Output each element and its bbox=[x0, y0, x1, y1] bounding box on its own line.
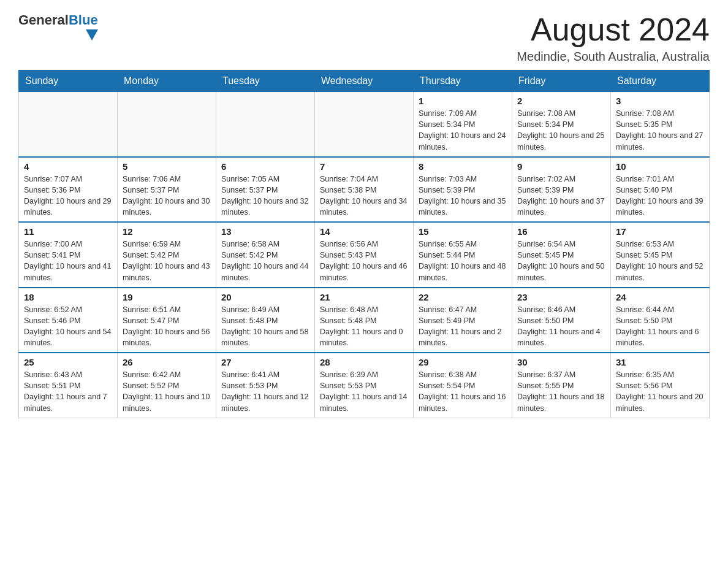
day-number: 13 bbox=[221, 226, 309, 237]
day-info: Sunrise: 7:07 AMSunset: 5:36 PMDaylight:… bbox=[24, 174, 112, 218]
day-info: Sunrise: 7:08 AMSunset: 5:35 PMDaylight:… bbox=[616, 108, 704, 153]
day-number: 22 bbox=[419, 292, 507, 302]
day-number: 14 bbox=[320, 226, 408, 237]
day-info: Sunrise: 7:02 AMSunset: 5:39 PMDaylight:… bbox=[517, 174, 605, 218]
calendar-cell: 8Sunrise: 7:03 AMSunset: 5:39 PMDaylight… bbox=[414, 157, 512, 223]
day-number: 26 bbox=[123, 357, 211, 367]
weekday-header-monday: Monday bbox=[118, 71, 216, 92]
calendar-cell: 2Sunrise: 7:08 AMSunset: 5:34 PMDaylight… bbox=[512, 92, 611, 157]
calendar-cell: 16Sunrise: 6:54 AMSunset: 5:45 PMDayligh… bbox=[512, 222, 611, 288]
day-info: Sunrise: 7:00 AMSunset: 5:41 PMDaylight:… bbox=[24, 239, 112, 283]
day-info: Sunrise: 6:56 AMSunset: 5:43 PMDaylight:… bbox=[320, 239, 408, 283]
calendar-cell: 31Sunrise: 6:35 AMSunset: 5:56 PMDayligh… bbox=[611, 353, 710, 418]
day-info: Sunrise: 7:03 AMSunset: 5:39 PMDaylight:… bbox=[419, 174, 507, 218]
calendar-week-row: 4Sunrise: 7:07 AMSunset: 5:36 PMDaylight… bbox=[19, 157, 710, 223]
day-number: 21 bbox=[320, 292, 408, 302]
day-number: 18 bbox=[24, 292, 112, 302]
calendar-cell: 26Sunrise: 6:42 AMSunset: 5:52 PMDayligh… bbox=[118, 353, 216, 418]
day-number: 3 bbox=[616, 96, 704, 106]
weekday-header-tuesday: Tuesday bbox=[216, 71, 315, 92]
day-number: 11 bbox=[24, 226, 112, 237]
calendar-cell: 10Sunrise: 7:01 AMSunset: 5:40 PMDayligh… bbox=[611, 157, 710, 223]
day-info: Sunrise: 6:48 AMSunset: 5:48 PMDaylight:… bbox=[320, 304, 408, 349]
day-number: 17 bbox=[616, 226, 704, 237]
day-info: Sunrise: 6:39 AMSunset: 5:53 PMDaylight:… bbox=[320, 369, 408, 414]
calendar-cell: 29Sunrise: 6:38 AMSunset: 5:54 PMDayligh… bbox=[414, 353, 512, 418]
day-number: 20 bbox=[221, 292, 309, 302]
page-header: GeneralBlue August 2024 Medindie, South … bbox=[18, 12, 710, 64]
calendar-cell bbox=[118, 92, 216, 157]
calendar-cell: 7Sunrise: 7:04 AMSunset: 5:38 PMDaylight… bbox=[315, 157, 414, 223]
day-number: 28 bbox=[320, 357, 408, 367]
day-info: Sunrise: 6:46 AMSunset: 5:50 PMDaylight:… bbox=[517, 304, 605, 349]
main-title: August 2024 bbox=[517, 12, 710, 47]
calendar-cell: 12Sunrise: 6:59 AMSunset: 5:42 PMDayligh… bbox=[118, 222, 216, 288]
calendar-cell: 4Sunrise: 7:07 AMSunset: 5:36 PMDaylight… bbox=[19, 157, 118, 223]
day-number: 8 bbox=[419, 161, 507, 172]
calendar-cell: 25Sunrise: 6:43 AMSunset: 5:51 PMDayligh… bbox=[19, 353, 118, 418]
calendar-cell bbox=[315, 92, 414, 157]
calendar-cell: 5Sunrise: 7:06 AMSunset: 5:37 PMDaylight… bbox=[118, 157, 216, 223]
day-info: Sunrise: 6:51 AMSunset: 5:47 PMDaylight:… bbox=[123, 304, 211, 349]
calendar-cell: 24Sunrise: 6:44 AMSunset: 5:50 PMDayligh… bbox=[611, 288, 710, 353]
day-number: 1 bbox=[419, 96, 507, 106]
day-info: Sunrise: 6:38 AMSunset: 5:54 PMDaylight:… bbox=[419, 369, 507, 414]
calendar-cell: 3Sunrise: 7:08 AMSunset: 5:35 PMDaylight… bbox=[611, 92, 710, 157]
calendar-cell: 15Sunrise: 6:55 AMSunset: 5:44 PMDayligh… bbox=[414, 222, 512, 288]
day-number: 23 bbox=[517, 292, 605, 302]
day-number: 24 bbox=[616, 292, 704, 302]
day-info: Sunrise: 6:55 AMSunset: 5:44 PMDaylight:… bbox=[419, 239, 507, 283]
day-number: 4 bbox=[24, 161, 112, 172]
calendar-cell: 13Sunrise: 6:58 AMSunset: 5:42 PMDayligh… bbox=[216, 222, 315, 288]
day-number: 7 bbox=[320, 161, 408, 172]
calendar-table: SundayMondayTuesdayWednesdayThursdayFrid… bbox=[18, 70, 710, 418]
day-number: 5 bbox=[123, 161, 211, 172]
calendar-cell: 27Sunrise: 6:41 AMSunset: 5:53 PMDayligh… bbox=[216, 353, 315, 418]
day-info: Sunrise: 6:53 AMSunset: 5:45 PMDaylight:… bbox=[616, 239, 704, 283]
calendar-cell: 1Sunrise: 7:09 AMSunset: 5:34 PMDaylight… bbox=[414, 92, 512, 157]
day-number: 30 bbox=[517, 357, 605, 367]
calendar-cell: 14Sunrise: 6:56 AMSunset: 5:43 PMDayligh… bbox=[315, 222, 414, 288]
calendar-cell: 17Sunrise: 6:53 AMSunset: 5:45 PMDayligh… bbox=[611, 222, 710, 288]
calendar-cell: 19Sunrise: 6:51 AMSunset: 5:47 PMDayligh… bbox=[118, 288, 216, 353]
title-section: August 2024 Medindie, South Australia, A… bbox=[517, 12, 710, 64]
day-info: Sunrise: 6:47 AMSunset: 5:49 PMDaylight:… bbox=[419, 304, 507, 349]
calendar-header-row: SundayMondayTuesdayWednesdayThursdayFrid… bbox=[19, 71, 710, 92]
weekday-header-friday: Friday bbox=[512, 71, 611, 92]
day-info: Sunrise: 6:35 AMSunset: 5:56 PMDaylight:… bbox=[616, 369, 704, 414]
day-number: 16 bbox=[517, 226, 605, 237]
day-info: Sunrise: 6:49 AMSunset: 5:48 PMDaylight:… bbox=[221, 304, 309, 349]
day-info: Sunrise: 6:37 AMSunset: 5:55 PMDaylight:… bbox=[517, 369, 605, 414]
weekday-header-wednesday: Wednesday bbox=[315, 71, 414, 92]
day-info: Sunrise: 6:42 AMSunset: 5:52 PMDaylight:… bbox=[123, 369, 211, 414]
calendar-cell bbox=[216, 92, 315, 157]
calendar-cell: 30Sunrise: 6:37 AMSunset: 5:55 PMDayligh… bbox=[512, 353, 611, 418]
day-number: 12 bbox=[123, 226, 211, 237]
calendar-cell: 11Sunrise: 7:00 AMSunset: 5:41 PMDayligh… bbox=[19, 222, 118, 288]
day-number: 9 bbox=[517, 161, 605, 172]
logo: GeneralBlue bbox=[18, 12, 98, 40]
day-info: Sunrise: 6:44 AMSunset: 5:50 PMDaylight:… bbox=[616, 304, 704, 349]
calendar-week-row: 11Sunrise: 7:00 AMSunset: 5:41 PMDayligh… bbox=[19, 222, 710, 288]
weekday-header-sunday: Sunday bbox=[19, 71, 118, 92]
calendar-cell: 22Sunrise: 6:47 AMSunset: 5:49 PMDayligh… bbox=[414, 288, 512, 353]
calendar-cell: 21Sunrise: 6:48 AMSunset: 5:48 PMDayligh… bbox=[315, 288, 414, 353]
day-info: Sunrise: 7:05 AMSunset: 5:37 PMDaylight:… bbox=[221, 174, 309, 218]
day-number: 2 bbox=[517, 96, 605, 106]
day-info: Sunrise: 6:52 AMSunset: 5:46 PMDaylight:… bbox=[24, 304, 112, 349]
day-info: Sunrise: 7:09 AMSunset: 5:34 PMDaylight:… bbox=[419, 108, 507, 153]
day-info: Sunrise: 7:06 AMSunset: 5:37 PMDaylight:… bbox=[123, 174, 211, 218]
day-number: 15 bbox=[419, 226, 507, 237]
calendar-cell: 28Sunrise: 6:39 AMSunset: 5:53 PMDayligh… bbox=[315, 353, 414, 418]
day-number: 31 bbox=[616, 357, 704, 367]
calendar-week-row: 25Sunrise: 6:43 AMSunset: 5:51 PMDayligh… bbox=[19, 353, 710, 418]
day-number: 6 bbox=[221, 161, 309, 172]
day-info: Sunrise: 6:43 AMSunset: 5:51 PMDaylight:… bbox=[24, 369, 112, 414]
logo-blue: Blue bbox=[69, 12, 98, 28]
calendar-cell: 6Sunrise: 7:05 AMSunset: 5:37 PMDaylight… bbox=[216, 157, 315, 223]
weekday-header-thursday: Thursday bbox=[414, 71, 512, 92]
logo-general: General bbox=[18, 12, 69, 28]
day-number: 25 bbox=[24, 357, 112, 367]
logo-triangle-icon bbox=[86, 29, 98, 40]
calendar-cell bbox=[19, 92, 118, 157]
